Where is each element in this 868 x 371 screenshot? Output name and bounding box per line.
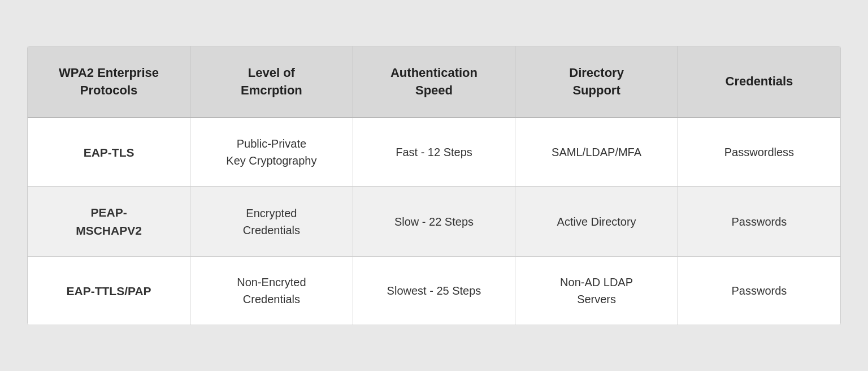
header-encryption: Level of Emcrption <box>190 46 353 118</box>
header-protocol: WPA2 Enterprise Protocols <box>28 46 190 118</box>
cell-speed-2: Slowest - 25 Steps <box>353 257 515 325</box>
cell-directory-2: Non-AD LDAP Servers <box>515 257 678 325</box>
cell-credentials-2: Passwords <box>678 257 840 325</box>
cell-protocol-0: EAP-TLS <box>28 118 190 187</box>
header-credentials: Credentials <box>678 46 840 118</box>
comparison-table: WPA2 Enterprise Protocols Level of Emcrp… <box>27 46 841 326</box>
header-speed: Authentication Speed <box>353 46 515 118</box>
table-row: EAP-TTLS/PAPNon-Encryted CredentialsSlow… <box>28 257 840 325</box>
cell-credentials-0: Passwordless <box>678 118 840 187</box>
cell-protocol-2: EAP-TTLS/PAP <box>28 257 190 325</box>
cell-encryption-2: Non-Encryted Credentials <box>190 257 353 325</box>
table-header-row: WPA2 Enterprise Protocols Level of Emcrp… <box>28 46 840 118</box>
cell-directory-1: Active Directory <box>515 187 678 257</box>
table-row: EAP-TLSPublic-Private Key CryptographyFa… <box>28 118 840 187</box>
cell-speed-1: Slow - 22 Steps <box>353 187 515 257</box>
cell-encryption-1: Encrypted Credentials <box>190 187 353 257</box>
table-row: PEAP- MSCHAPV2Encrypted CredentialsSlow … <box>28 187 840 257</box>
cell-credentials-1: Passwords <box>678 187 840 257</box>
header-directory: Directory Support <box>515 46 678 118</box>
cell-protocol-1: PEAP- MSCHAPV2 <box>28 187 190 257</box>
cell-encryption-0: Public-Private Key Cryptography <box>190 118 353 187</box>
cell-speed-0: Fast - 12 Steps <box>353 118 515 187</box>
cell-directory-0: SAML/LDAP/MFA <box>515 118 678 187</box>
